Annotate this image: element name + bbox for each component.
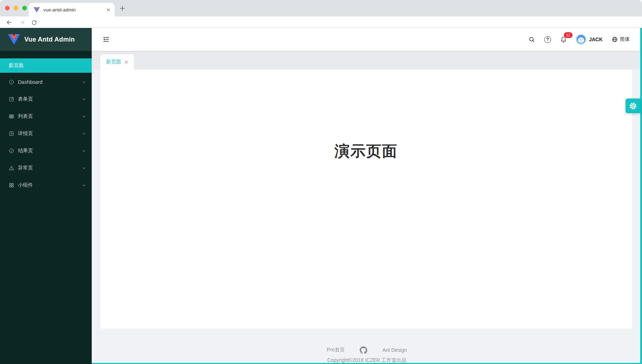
help-icon[interactable]: ? [544, 36, 551, 43]
profile-icon [9, 131, 14, 136]
theme-right-strip [640, 28, 642, 364]
sidebar-menu: Dashboard 表单页 列表页 [0, 75, 92, 192]
header-actions: ? 12 JACK 简体 [528, 34, 642, 44]
notification-badge: 12 [564, 32, 572, 38]
browser-tab[interactable]: vue-antd-admin [29, 3, 115, 16]
page-tab-new-page[interactable]: 新页面 [100, 54, 134, 70]
chevron-down-icon [82, 183, 86, 187]
username-text: JACK [589, 37, 603, 42]
search-icon[interactable] [528, 36, 535, 43]
notifications-bell-icon[interactable]: 12 [560, 36, 567, 43]
menu-fold-icon[interactable] [102, 36, 110, 43]
github-icon[interactable] [360, 346, 367, 354]
zoom-window-button[interactable] [22, 6, 27, 10]
sidebar-item-label: Dashboard [18, 79, 82, 85]
app-title: Vue Antd Admin [24, 36, 75, 43]
warning-icon [9, 165, 14, 171]
sidebar-active-label: 新页面 [9, 62, 24, 69]
sidebar-item-lists[interactable]: 列表页 [0, 109, 92, 124]
sidebar-item-new-page[interactable]: 新页面 [0, 58, 92, 73]
chevron-down-icon [82, 80, 86, 84]
chevron-down-icon [82, 149, 86, 153]
sidebar-item-label: 表单页 [18, 96, 82, 102]
sidebar-item-label: 异常页 [18, 165, 82, 171]
user-menu[interactable]: JACK [576, 34, 603, 44]
widgets-icon [9, 182, 14, 188]
chevron-down-icon [82, 131, 86, 136]
footer-link-ant-design[interactable]: Ant Design [382, 347, 407, 353]
new-tab-button[interactable] [120, 6, 125, 11]
chevron-down-icon [82, 97, 86, 101]
tab-close-icon[interactable] [106, 8, 110, 12]
app-logo[interactable]: Vue Antd Admin [0, 28, 92, 51]
browser-toolbar: localhost:8080/#/newPage G 文 h [0, 16, 642, 28]
favicon-vue-icon [34, 7, 40, 13]
footer-link-pro-home[interactable]: Pro首页 [327, 347, 345, 353]
footer-links: Pro首页 Ant Design [92, 346, 642, 354]
gear-icon [629, 102, 637, 110]
language-switcher[interactable]: 简体 [612, 36, 630, 43]
sidebar-item-details[interactable]: 详情页 [0, 126, 92, 141]
page-card: 演示页面 [100, 70, 632, 329]
close-icon[interactable] [124, 60, 128, 64]
page-title: 演示页面 [100, 141, 632, 161]
dashboard-icon [9, 79, 14, 85]
app-header: ? 12 JACK 简体 [92, 28, 642, 51]
table-icon [9, 114, 14, 119]
settings-button[interactable] [626, 99, 640, 113]
sidebar-item-dashboard[interactable]: Dashboard [0, 75, 92, 89]
sidebar-item-forms[interactable]: 表单页 [0, 92, 92, 106]
sidebar-item-label: 列表页 [18, 113, 82, 120]
close-window-button[interactable] [5, 6, 10, 10]
page-tab-bar: 新页面 [92, 51, 642, 70]
user-avatar [576, 34, 586, 44]
sidebar-item-label: 结果页 [18, 148, 82, 154]
form-icon [9, 96, 14, 102]
sidebar-item-label: 小组件 [18, 182, 82, 188]
page-tab-label: 新页面 [106, 59, 121, 65]
back-icon[interactable] [6, 19, 13, 26]
sidebar-item-exceptions[interactable]: 异常页 [0, 161, 92, 175]
sidebar-item-label: 详情页 [18, 130, 82, 137]
minimize-window-button[interactable] [14, 6, 18, 10]
browser-tab-strip: vue-antd-admin [0, 0, 642, 16]
vue-logo-icon [8, 34, 20, 45]
window-controls [5, 6, 27, 10]
reload-icon[interactable] [31, 19, 37, 25]
chevron-down-icon [82, 114, 86, 119]
sidebar-item-results[interactable]: 结果页 [0, 144, 92, 158]
sidebar-item-widgets[interactable]: 小组件 [0, 178, 92, 192]
language-text: 简体 [620, 36, 630, 43]
chevron-down-icon [82, 166, 86, 170]
page-footer: Pro首页 Ant Design Copyright©2018 ICZER 工作… [92, 329, 642, 364]
forward-icon[interactable] [19, 19, 25, 26]
globe-icon [612, 36, 618, 43]
browser-tab-title: vue-antd-admin [43, 7, 106, 13]
sidebar: Vue Antd Admin 新页面 Dashboard 表单页 [0, 28, 92, 364]
check-circle-icon [9, 148, 14, 154]
